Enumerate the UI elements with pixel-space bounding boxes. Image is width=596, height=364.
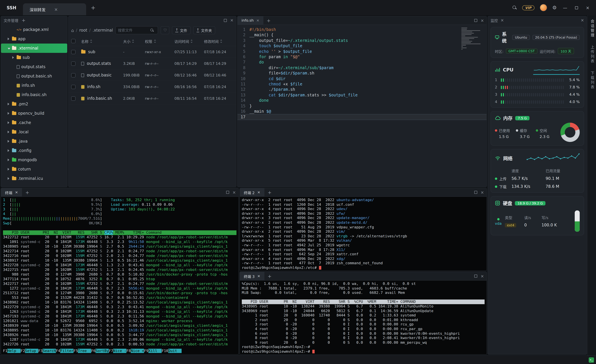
gear-icon[interactable]: ⚙ <box>552 5 557 11</box>
tab-download-list[interactable]: 下载列表 <box>589 71 595 90</box>
chevron-right-icon[interactable] <box>8 139 10 144</box>
monitor-tab-label[interactable]: 监控 <box>491 18 498 23</box>
fkey-F8[interactable]: F8 <box>126 349 131 353</box>
close-tab-icon[interactable]: × <box>500 18 504 22</box>
close-icon[interactable]: × <box>232 190 236 194</box>
tree-item-.xterminal[interactable]: .xterminal <box>1 44 67 53</box>
fkey-F9[interactable]: F9 <box>144 349 149 353</box>
tree-item-info.sh[interactable]: info.sh <box>1 81 67 90</box>
tree-item-package.xml[interactable]: </>package.xml <box>1 25 67 34</box>
vip-badge[interactable]: VIP <box>522 5 535 10</box>
close-tab-icon[interactable]: × <box>257 274 260 278</box>
terminal-2-tab[interactable]: 终端 2 × <box>240 188 264 197</box>
fkey-F10[interactable]: F10 <box>162 349 168 353</box>
breadcrumb-folder[interactable]: .xterminal <box>93 28 113 33</box>
tab-session-manager[interactable]: 会话管理 <box>589 19 595 38</box>
fkey-label[interactable]: Search <box>43 349 56 353</box>
tree-item-.terminal.icu[interactable]: .terminal.icu <box>1 174 67 183</box>
chevron-right-icon[interactable] <box>8 176 10 181</box>
fkey-F5[interactable]: F5 <box>74 349 78 353</box>
maximize-button[interactable] <box>573 5 579 10</box>
sort-icon[interactable] <box>220 39 223 43</box>
fkey-F6[interactable]: F6 <box>91 349 96 353</box>
file-row-output.basic[interactable]: output.basic199.0BiBrw-r--r--08/12 16:46… <box>68 69 236 81</box>
editor-tab[interactable]: info.sh × <box>238 16 263 25</box>
chevron-right-icon[interactable] <box>8 148 10 153</box>
file-row-sub[interactable]: sub-rwxr-xr-x07/25 11:1307/18 16:24 <box>68 46 236 58</box>
column-header[interactable]: 修改时间 <box>204 38 233 44</box>
close-icon[interactable]: × <box>230 18 233 22</box>
select-all-checkbox[interactable] <box>71 39 75 43</box>
fkey-F2[interactable]: F2 <box>21 349 25 353</box>
breadcrumb-root[interactable]: root <box>79 28 87 33</box>
close-tab-icon[interactable]: × <box>54 7 58 12</box>
htop-function-bar[interactable]: F1Help F2Setup F3SearchF4FilterF5Tree F6… <box>3 349 237 353</box>
chevron-right-icon[interactable] <box>8 158 10 162</box>
row-checkbox[interactable] <box>71 96 75 101</box>
terminal-3-screen[interactable]: %Cpu(s): 1.6 us, 1.6 sy, 0.0 ni, 96.8 id… <box>240 281 487 354</box>
file-row-info.sh[interactable]: info.sh334.0BiBrw-r--r--08/16 16:5607/18… <box>68 81 236 93</box>
tree-item-.pm2[interactable]: .pm2 <box>1 99 67 109</box>
search-input[interactable] <box>118 28 150 32</box>
chevron-right-icon[interactable] <box>8 111 10 116</box>
column-header[interactable]: 权限 <box>145 38 174 44</box>
sort-icon[interactable] <box>132 39 134 43</box>
close-window-button[interactable]: × <box>585 5 591 10</box>
home-icon[interactable]: ⌂ <box>71 28 74 33</box>
new-session-button[interactable]: + <box>86 4 100 11</box>
file-row-output.stats[interactable]: output.stats3.2KiBrw-r--r--08/17 14:2908… <box>68 58 236 69</box>
row-checkbox[interactable] <box>71 61 75 66</box>
expand-icon[interactable] <box>224 19 227 22</box>
tree-item-sub[interactable]: sub <box>1 53 67 62</box>
terminal-1-tab[interactable]: 终端 × <box>1 188 22 197</box>
expand-icon[interactable] <box>474 191 477 194</box>
fkey-label[interactable]: Nice + <box>131 349 144 353</box>
tree-item-.local[interactable]: .local <box>1 127 67 137</box>
close-tab-icon[interactable]: × <box>256 18 259 23</box>
chevron-right-icon[interactable] <box>8 167 10 172</box>
row-checkbox[interactable] <box>71 50 75 54</box>
row-checkbox[interactable] <box>71 73 75 77</box>
close-icon[interactable]: × <box>581 18 584 22</box>
chevron-right-icon[interactable] <box>8 102 10 106</box>
fkey-F3[interactable]: F3 <box>38 349 43 353</box>
terminal-3-tab[interactable]: 终端 3 × <box>240 272 264 280</box>
chevron-right-icon[interactable] <box>8 130 10 134</box>
sort-icon[interactable] <box>191 39 193 43</box>
expand-icon[interactable] <box>226 191 229 194</box>
fkey-label[interactable]: SortBy <box>96 349 109 353</box>
file-row-info.basic.sh[interactable]: info.basic.sh2.0KiBrw-r--r--08/11 16:540… <box>68 93 236 104</box>
chevron-down-icon[interactable] <box>8 46 10 51</box>
terminal-2-screen[interactable]: drwxr-xr-x 2 root root 4096 Dec 28 2022 … <box>240 197 487 271</box>
tree-item-opencv_build[interactable]: opencv_build <box>1 109 67 118</box>
fkey-F1[interactable]: F1 <box>3 349 7 353</box>
minimize-button[interactable]: — <box>562 5 568 10</box>
new-terminal-button[interactable]: + <box>22 190 32 195</box>
new-terminal-button[interactable]: + <box>264 274 275 278</box>
fkey-F7[interactable]: F7 <box>109 349 113 353</box>
close-icon[interactable]: × <box>481 274 484 278</box>
fkey-label[interactable]: Nice - <box>113 349 127 353</box>
tree-item-output.stats[interactable]: output.stats <box>1 62 67 72</box>
close-icon[interactable]: × <box>481 18 484 22</box>
search-icon[interactable] <box>150 29 154 32</box>
chevron-right-icon[interactable] <box>12 55 15 60</box>
search-box[interactable] <box>116 26 158 34</box>
terminal-1-screen[interactable]: F1Help F2Setup F3SearchF4FilterF5Tree F6… <box>1 197 238 354</box>
avatar[interactable] <box>540 4 547 11</box>
tree-item-.config[interactable]: .config <box>1 146 67 155</box>
tab-upload-list[interactable]: 上传列表 <box>589 45 595 64</box>
fkey-label[interactable]: Setup <box>25 349 38 353</box>
tree-item-output.basic.sh[interactable]: output.basic.sh <box>1 72 67 81</box>
breadcrumb[interactable]: ⌂ / root / .xterminal <box>71 28 113 33</box>
upload-file-button[interactable]: ↑ 文件 <box>172 26 191 34</box>
tree-item-.java[interactable]: .java <box>1 137 67 146</box>
fkey-label[interactable]: Quit <box>168 349 182 353</box>
close-icon[interactable]: × <box>481 190 484 194</box>
column-header[interactable]: 访问时间 <box>174 38 204 44</box>
chevron-right-icon[interactable] <box>8 36 10 41</box>
expand-icon[interactable] <box>474 275 477 277</box>
sort-icon[interactable] <box>154 39 156 43</box>
terminal-launcher-icon[interactable]: >_ <box>589 357 594 363</box>
code-editor[interactable]: 1#!/bin/bash2__main() {3 output_file=~/.… <box>238 25 487 120</box>
